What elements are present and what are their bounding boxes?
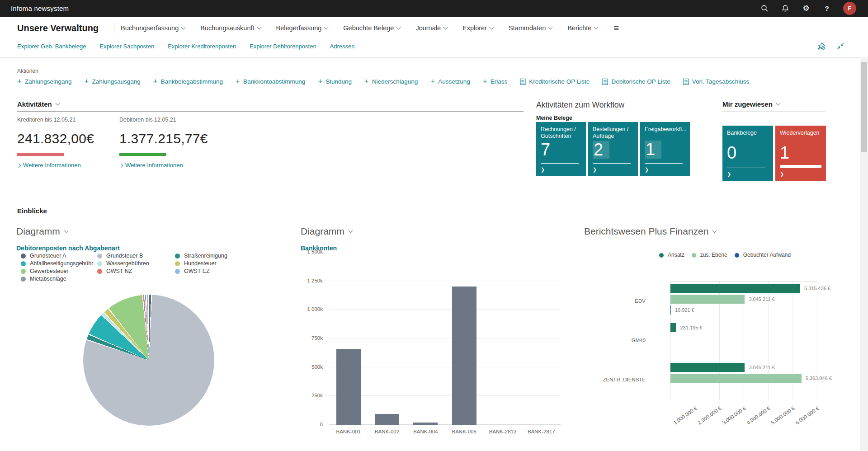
pie-chart [83,295,214,426]
insights-header: Einblicke [17,207,47,215]
legend-dot [692,253,696,258]
activities-header[interactable]: Aktivitäten [17,100,59,108]
legend-dot [97,261,102,266]
pie-chart-header[interactable]: Diagramm [16,226,68,237]
ribbon-link[interactable]: Adressen [330,43,355,50]
ribbon-links: Explorer Geb. BankbelegeExplorer Sachpos… [17,43,355,50]
plus-icon: + [430,77,435,85]
nav-item-gebuchte-belege[interactable]: Gebuchte Belege [343,24,400,32]
section-rule [17,219,850,219]
app-title: Infoma newsystem [11,5,69,12]
action-zahlungsausgang[interactable]: +Zahlungsausgang [85,78,141,85]
nav-item-explorer[interactable]: Explorer [462,24,493,32]
scrollbar-track[interactable] [860,57,868,451]
grid-line: 500k [329,367,561,367]
nav-item-buchungserfassung[interactable]: Buchungserfassung [121,24,185,32]
x-axis-label: BANK-2817 [528,429,555,434]
action-erlass[interactable]: +Erlass [483,78,507,85]
activities-title: Aktivitäten [17,100,52,108]
chevron-down-icon [55,101,60,106]
section-rule [722,112,826,112]
legend-item: Hundesteuer [175,261,247,267]
bar-value-label: 5.315.436 € [804,286,830,291]
kpi-more-link[interactable]: Weitere Informationen [17,162,119,169]
ribbon-link[interactable]: Explorer Geb. Bankbelege [17,43,86,50]
tile-wiedervorlagen[interactable]: Wiedervorlagen1❯ [775,126,826,181]
bar [336,349,361,425]
action-debitorische-op-liste[interactable]: Debitorische OP Liste [602,78,670,85]
tile-rechnungen-gutschriften[interactable]: Rechnungen / Gutschriften7❯ [536,122,586,176]
assigned-header[interactable]: Mir zugewiesen [722,100,780,108]
legend-label: Straßenreinigung [184,253,227,259]
action-niederschlagung[interactable]: +Niederschlagung [364,78,418,85]
collapse-icon[interactable] [836,42,844,52]
bell-icon[interactable] [781,4,790,13]
report-icon [683,78,689,85]
legend-label: zus. Ebene [700,252,727,258]
legend-column: StraßenreinigungHundesteuerGWST EZ [175,253,247,282]
action-stundung[interactable]: +Stundung [318,78,352,85]
nav-item-berichte[interactable]: Berichte [567,24,598,32]
tile-bankbelege[interactable]: Bankbelege0❯ [722,126,773,181]
kpi-value[interactable]: 1.377.215,77€ [119,131,222,146]
bar-zus-ebene [670,374,802,383]
ribbon-icons [817,42,844,52]
role-center-title[interactable]: Unsere Verwaltung [17,23,99,33]
action-bankbelegabstimmung[interactable]: +Bankbelegabstimmung [153,78,223,85]
kpi-more-link[interactable]: Weitere Informationen [119,162,222,169]
action-kreditorische-op-liste[interactable]: Kreditorische OP Liste [520,78,590,85]
legend-item: GWST EZ [175,268,247,274]
tile-count: 2 [593,141,609,159]
chevron-right-icon: ❯ [780,171,784,177]
divider [114,23,114,33]
gear-icon[interactable]: ⚙ [802,4,811,13]
menu-icon[interactable]: ≡ [613,23,619,33]
grid-line: 1 000k [329,309,561,310]
chevron-down-icon [548,25,553,29]
tile-label: Wiedervorlagen [780,130,821,143]
nav-item-buchungsauskunft[interactable]: Buchungsauskunft [200,24,260,32]
legend-label: Grundsteuer B [106,253,143,259]
search-icon[interactable] [760,4,769,13]
chevron-down-icon [490,25,494,29]
hbar-chart-header[interactable]: Berichtswesen Plus Finanzen [584,226,716,237]
legend-label: Abfallbeseitigungsgebühr [30,261,93,267]
nav-item-stammdaten[interactable]: Stammdaten [509,24,552,32]
tile-bestellungen-auftr-ge[interactable]: Bestellungen / Aufträge2❯ [588,122,638,176]
category-label: ZENTR. DIENSTE [582,377,646,382]
chevron-right-icon [119,164,123,168]
report-icon [602,78,608,85]
bar-gebuchter-aufwand [670,305,671,315]
bar-chart-header[interactable]: Diagramm [301,226,352,237]
unpin-icon[interactable] [817,42,826,52]
scrollbar-thumb[interactable] [861,62,867,152]
legend-item: GWST NZ [97,268,175,274]
kpi-value[interactable]: 241.832,00€ [17,131,119,146]
insights-title: Einblicke [17,207,47,215]
action-vorl-tagesabschluss[interactable]: Vorl. Tagesabschluss [683,78,750,85]
action-label: Zahlungseingang [25,78,72,85]
bar-value-label: 19.921 € [675,307,694,313]
chevron-down-icon [181,25,186,29]
chevron-right-icon [17,164,21,168]
action-label: Debitorische OP Liste [611,78,670,85]
action-aussetzung[interactable]: +Aussetzung [430,78,470,85]
legend-label: GWST NZ [106,268,132,274]
avatar[interactable]: F [843,2,856,15]
ribbon-link[interactable]: Explorer Sachposten [99,43,154,50]
y-axis-label: 750k [311,335,323,341]
tile-freigabeworkfl-[interactable]: Freigabeworkfl...1❯ [640,122,690,176]
ribbon-link[interactable]: Explorer Debitorenposten [250,43,316,50]
legend-label: Gewerbesteuer [30,268,68,274]
action-zahlungseingang[interactable]: +Zahlungseingang [17,78,72,85]
legend-dot [21,254,26,258]
nav-item-belegerfassung[interactable]: Belegerfassung [276,24,328,32]
nav-item-journale[interactable]: Journale [415,24,447,32]
ribbon-link[interactable]: Explorer Kreditorenposten [168,43,236,50]
assigned-tiles: Bankbelege0❯Wiedervorlagen1❯ [722,126,826,181]
help-icon[interactable]: ? [822,4,831,13]
hbar-legend: Ansatzzus. EbeneGebuchter Aufwand [659,252,791,258]
action-bankkontoabstimmung[interactable]: +Bankkontoabstimmung [236,78,305,85]
category-label: GM40 [582,338,646,343]
bar-chart: 0250k500k750k1 000k1 250k1 500kBANK-001B… [329,252,561,425]
